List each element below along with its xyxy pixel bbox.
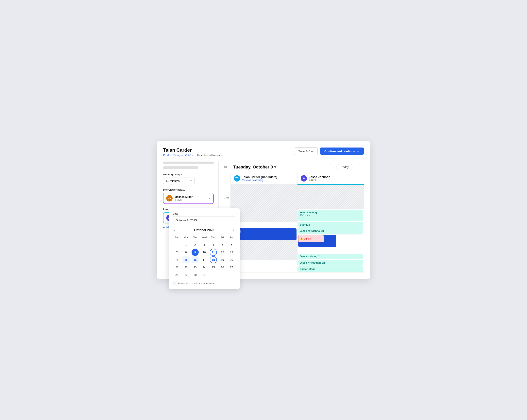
seat1-score-value: 25% — [177, 199, 182, 201]
calendar-day-20[interactable]: 20 — [228, 256, 235, 263]
calendar-day-26[interactable]: 26 — [219, 264, 226, 271]
calendar-day-14[interactable]: 14 — [173, 256, 180, 263]
calendar-day-18[interactable]: 18 — [210, 256, 217, 263]
calendar-day-28[interactable]: 28 — [173, 271, 180, 278]
person1-avatar: TC — [234, 175, 240, 182]
person1-header: TC Talan Carder (Candidate) View all ava… — [234, 175, 294, 182]
event-jesse-hannah: Jesse <> Hannah 1:1 — [298, 260, 363, 265]
calendar-day-15[interactable]: 15 — [182, 256, 190, 263]
header-actions: Save & Exit Confirm and continue → — [294, 147, 364, 155]
calendar-date-title: Tuesday, October 9 ▾ — [233, 165, 276, 170]
person2-avatar: JJ — [301, 175, 307, 182]
person2-name: Jesse Johnson — [309, 175, 330, 178]
calendar-day-2[interactable]: 2 — [192, 241, 199, 248]
calendar-body: 8 AM 9 AM 10 AM 11 AM 12 PM 1 PM — [219, 184, 364, 273]
p2-row-1 — [297, 197, 364, 210]
interviewer-seat-1[interactable]: MM Melissa Miller 25% ▾ — [163, 193, 214, 204]
weekday-wed: Wed — [200, 235, 209, 240]
prev-day-button[interactable]: ‹ — [330, 164, 336, 170]
datepicker-input[interactable] — [173, 216, 236, 224]
view-availability-link[interactable]: View all availability — [242, 178, 277, 182]
legend-dot — [173, 282, 176, 285]
seat1-chevron-icon: ▾ — [209, 197, 210, 200]
seat1-name: Melissa Miller — [175, 195, 207, 199]
person1-events-column: 12 PM — [231, 184, 297, 273]
save-exit-button[interactable]: Save & Exit — [294, 147, 318, 155]
calendar-day-31[interactable]: 31 — [201, 271, 208, 278]
p2-row-0 — [297, 184, 364, 197]
datepicker-month-nav: ‹ October 2023 › — [173, 227, 236, 233]
datepicker-popup: Date ‹ October 2023 › Sun Mon Tue Wed Th… — [169, 208, 240, 289]
calendar-day-21[interactable]: 21 — [173, 264, 180, 271]
calendar-day-11[interactable]: 11 — [210, 249, 217, 256]
calendar-day-30[interactable]: 30 — [192, 271, 199, 278]
person1-column-header: TC Talan Carder (Candidate) View all ava… — [231, 173, 297, 184]
calendar-day-23[interactable]: 23 — [192, 264, 199, 271]
seat1-avatar: MM — [166, 195, 173, 201]
next-day-button[interactable]: › — [354, 164, 360, 170]
job-link[interactable]: Product Designer (12-1) — [163, 154, 193, 157]
calendar-days: 1234567891011121314151617181920212223242… — [173, 241, 236, 278]
person2-header: JJ Jesse Johnson 80% — [301, 175, 361, 182]
calendar-day-5[interactable]: 5 — [219, 241, 226, 248]
event-jesse-ming: Jesse <> Ming 1:1 — [298, 254, 363, 259]
calendar-day-29[interactable]: 29 — [182, 271, 190, 278]
candidate-name: Talan Carder — [163, 147, 223, 153]
calendar-day-7[interactable]: 7 — [173, 249, 180, 256]
event-lunch: ⚠️ Lunch — [298, 235, 324, 242]
p1-row-1 — [231, 197, 297, 210]
event-team-meeting: Team meeting 10-11 am — [298, 210, 363, 221]
meeting-length-value: 60 minutes — [166, 179, 179, 183]
event-jesse-sienna: Jesse <> Sienna 1:1 — [298, 228, 363, 234]
weekday-tue: Tue — [191, 235, 200, 240]
calendar-day-22[interactable]: 22 — [182, 264, 190, 271]
calendar-day-17[interactable]: 17 — [201, 256, 208, 263]
seat1-score-dot — [175, 199, 176, 201]
calendar-day-6[interactable]: 6 — [228, 241, 235, 248]
person2-score: 80% — [309, 178, 330, 182]
skeleton-1 — [163, 162, 214, 164]
calendar-day-10[interactable]: 10 — [201, 249, 208, 256]
person2-column-header: JJ Jesse Johnson 80% — [297, 173, 364, 184]
calendar-day-19[interactable]: 19 — [219, 256, 226, 263]
chevron-down-icon: ▾ — [274, 165, 276, 169]
calendar-day-empty — [173, 241, 180, 248]
selected-time-block[interactable]: 12 PM — [231, 228, 296, 240]
calendar-day-25[interactable]: 25 — [210, 264, 217, 271]
calendar-section: PST Tuesday, October 9 ▾ ‹ Today › TC — [219, 162, 364, 273]
weekdays-row: Sun Mon Tue Wed Thu Fri Sat — [173, 235, 236, 240]
p1-row-5 — [231, 247, 297, 260]
calendar-day-4[interactable]: 4 — [210, 241, 217, 248]
calendar-day-1[interactable]: 1 — [182, 241, 190, 248]
today-button[interactable]: Today — [338, 164, 352, 170]
header-info: Talan Carder Product Designer (12-1) · F… — [163, 147, 223, 157]
datepicker-label: Date — [173, 212, 236, 215]
confirm-continue-button[interactable]: Confirm and continue → — [320, 147, 364, 155]
calendar-day-24[interactable]: 24 — [201, 264, 208, 271]
main-card: Talan Carder Product Designer (12-1) · F… — [157, 141, 370, 279]
prev-month-button[interactable]: ‹ — [173, 227, 177, 233]
calendar-day-3[interactable]: 3 — [201, 241, 208, 248]
legend-text: Dates with candidate availability — [178, 282, 214, 285]
p1-row-6 — [231, 260, 297, 273]
datepicker-legend: Dates with candidate availability — [173, 282, 236, 285]
timezone-label: PST — [223, 166, 230, 168]
date-text: Tuesday, October 9 — [233, 165, 273, 170]
calendar-day-9[interactable]: 9 — [192, 249, 199, 256]
meeting-length-label: Meeting Length — [163, 173, 214, 176]
skeleton-2 — [163, 166, 198, 169]
calendar-day-16[interactable]: 16 — [192, 256, 199, 263]
meeting-length-select[interactable]: 60 minutes ▾ — [163, 177, 195, 184]
next-month-button[interactable]: › — [231, 227, 236, 233]
calendar-day-8[interactable]: 8 — [182, 249, 190, 256]
calendar-day-13[interactable]: 13 — [228, 249, 235, 256]
weekday-mon: Mon — [182, 235, 191, 240]
subtitle-separator: · — [195, 154, 195, 157]
person2-score-dot — [309, 179, 310, 181]
calendar-day-27[interactable]: 27 — [228, 264, 235, 271]
calendar-nav: ‹ Today › — [330, 164, 360, 170]
calendar-day-12[interactable]: 12 — [219, 249, 226, 256]
seat1-info: Melissa Miller 25% — [175, 195, 207, 201]
time-col-spacer — [219, 173, 231, 184]
selected-block-label: 12 PM — [233, 230, 295, 233]
